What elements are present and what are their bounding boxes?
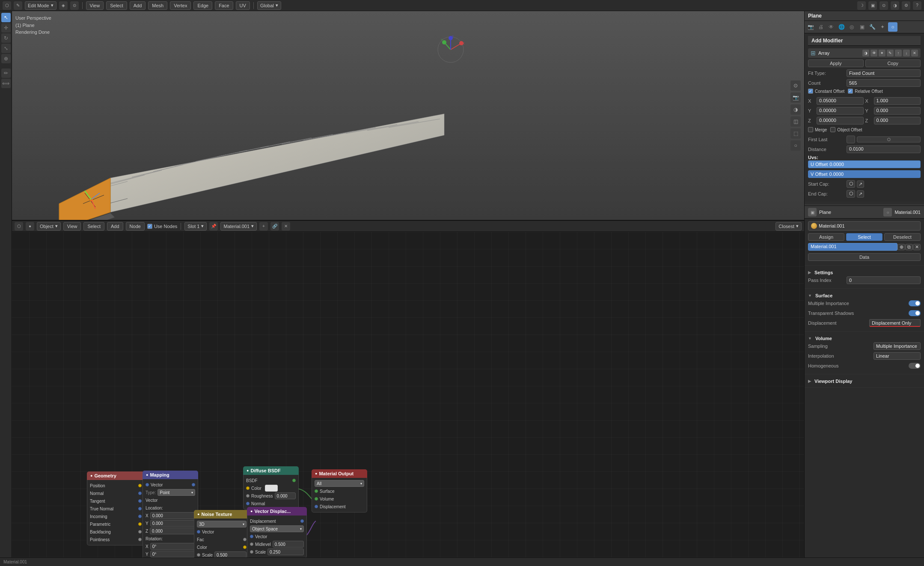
pass-index-value[interactable]: 0 [847,276,921,284]
props-particle-icon[interactable]: ✦ [878,22,887,32]
view-camera-icon[interactable]: 📷 [790,92,801,103]
modifier-edit-btn[interactable]: ✎ [887,50,894,56]
node-noise[interactable]: ● Noise Texture 3D ▾ Vector [194,510,250,557]
modifier-x-btn[interactable]: ✕ [911,50,918,56]
node-pin-icon[interactable]: 📌 [209,222,218,231]
mode-icon[interactable]: ✎ [14,1,22,10]
slot-dropdown[interactable]: Slot 1 ▾ [184,222,207,231]
settings-icon[interactable]: ⚙ [902,1,910,10]
props-material-icon[interactable]: ○ [888,22,897,32]
view-overlay-icon[interactable]: ◫ [790,116,801,127]
mo-all-dropdown-row[interactable]: All ▾ [312,480,367,487]
rel-offset-checkbox[interactable] [848,89,853,94]
node-mode-icon[interactable]: ● [26,222,34,231]
vd-object-space[interactable]: Object Space ▾ [247,525,306,533]
vd-midlevel[interactable]: Midlevel 0.500 [247,540,306,548]
uv-menu[interactable]: UV [236,1,250,10]
u-offset-input[interactable]: U Offset 0.0000 [808,160,921,168]
copy-button[interactable]: Copy [865,59,921,67]
y-rel-input[interactable]: 0.000 [874,107,921,115]
count-value[interactable]: 565 [847,79,921,87]
props-output-icon[interactable]: 🖨 [816,22,826,32]
volume-sub-title[interactable]: ▼ Volume [808,334,921,342]
view-menu[interactable]: View [86,1,104,10]
merge-checkbox[interactable] [808,127,813,132]
node-view-menu[interactable]: View [63,222,81,231]
node-vector-displacement[interactable]: ● Vector Displac... Displacement Object … [247,507,307,557]
first-last-btn[interactable]: ⬡ [857,136,921,142]
end-cap-pick[interactable]: ↗ [857,190,864,198]
use-nodes-toggle[interactable]: Use Nodes [147,224,177,229]
diffuse-roughness[interactable]: Roughness 0.000 [244,492,298,500]
use-nodes-checkbox[interactable] [147,224,152,229]
rotate-tool[interactable]: ↻ [1,33,11,43]
mapping-type-dropdown[interactable]: Point ▾ [157,489,195,496]
viewport[interactable]: X Y Z User Perspective (1) Plane Renderi… [12,11,804,221]
v-offset-input[interactable]: V Offset 0.0000 [808,170,921,178]
modifier-cage-btn[interactable]: ✦ [879,50,885,56]
settings-title[interactable]: ▶ Settings [808,268,921,276]
node-diffuse[interactable]: ● Diffuse BSDF BSDF Color [243,466,299,510]
mapping-rot-x[interactable]: X 0° [143,542,198,550]
start-cap-pick[interactable]: ↗ [857,181,864,188]
obj-offset-checkbox[interactable] [830,127,835,132]
transparent-shadows-toggle[interactable] [909,310,921,316]
x-const-input[interactable]: 0.05000 [817,97,864,105]
const-offset-checkbox[interactable] [808,89,813,94]
node-select-menu[interactable]: Select [83,222,104,231]
move-tool[interactable]: ✛ [1,23,11,33]
node-editor[interactable]: ● Geometry Position Normal Ta [12,232,804,557]
node-material-output[interactable]: ● Material Output All ▾ Surface [312,469,367,513]
edge-menu[interactable]: Edge [193,1,212,10]
annotate-tool[interactable]: ✏ [1,68,11,78]
add-menu[interactable]: Add [130,1,146,10]
z-const-input[interactable]: 0.00000 [817,117,864,124]
modifier-eye-btn[interactable]: 👁 [871,50,877,56]
select-menu[interactable]: Select [106,1,127,10]
transform-tool[interactable]: ⊕ [1,54,11,63]
vd-space-dropdown[interactable]: Object Space ▾ [250,525,304,532]
measure-tool[interactable]: ⟺ [1,79,11,88]
assign-button[interactable]: Assign [808,233,844,241]
material-dropdown[interactable]: Material.001 ▾ [220,222,257,231]
blender-icon[interactable]: ⬡ [3,1,11,10]
noise-scale[interactable]: Scale 0.500 [194,551,249,557]
multiple-importance-toggle[interactable] [909,300,921,306]
material-browse-btn[interactable]: ⊕ [897,244,905,250]
node-editor-type[interactable]: ⬡ [15,222,23,231]
transform-dropdown[interactable]: Global ▾ [257,1,281,10]
screen-icon[interactable]: ▣ [868,1,877,10]
sampling-value[interactable]: Multiple Importance [873,342,921,350]
fit-type-value[interactable]: Fixed Count [847,69,921,77]
scale-tool[interactable]: ⤡ [1,44,11,53]
x-rel-input[interactable]: 1.000 [874,97,921,105]
modifier-render-btn[interactable]: ◑ [862,50,869,56]
proportional-icon[interactable]: ⊙ [70,1,79,10]
props-scene-icon[interactable]: 🌐 [837,22,846,32]
node-node-menu[interactable]: Node [126,222,145,231]
first-last-input[interactable] [847,136,855,143]
node-plus-icon[interactable]: + [259,222,268,231]
noise-dim-dropdown[interactable]: 3D ▾ [197,521,247,527]
props-object-icon[interactable]: ▣ [857,22,867,32]
mapping-loc-y[interactable]: Y 0.000 [143,519,198,527]
start-cap-input[interactable]: ⬡ [847,180,855,188]
mapping-loc-x[interactable]: X 0.000 [143,512,198,519]
mapping-loc-z[interactable]: Z 0.000 [143,527,198,535]
material-x-btn[interactable]: ✕ [913,244,921,250]
view-render-icon[interactable]: ◑ [790,104,801,115]
mesh-menu[interactable]: Mesh [148,1,167,10]
shading-icon[interactable]: ◑ [891,1,899,10]
node-link-icon[interactable]: 🔗 [270,222,279,231]
overlay-icon[interactable]: ⊙ [879,1,888,10]
props-world-icon[interactable]: ◎ [847,22,856,32]
z-rel-input[interactable]: 0.000 [874,117,921,124]
view-xray-icon[interactable]: ⬚ [790,128,801,139]
deselect-button[interactable]: Deselect [884,233,921,241]
view-local-icon[interactable]: ⊙ [790,80,801,91]
node-add-menu[interactable]: Add [107,222,123,231]
vertex-menu[interactable]: Vertex [170,1,191,10]
surface-sub-title[interactable]: ▼ Surface [808,291,921,299]
cursor-tool[interactable]: ↖ [1,13,11,22]
node-mapping[interactable]: ● Mapping Vector Type: Point ▾ [143,471,198,557]
